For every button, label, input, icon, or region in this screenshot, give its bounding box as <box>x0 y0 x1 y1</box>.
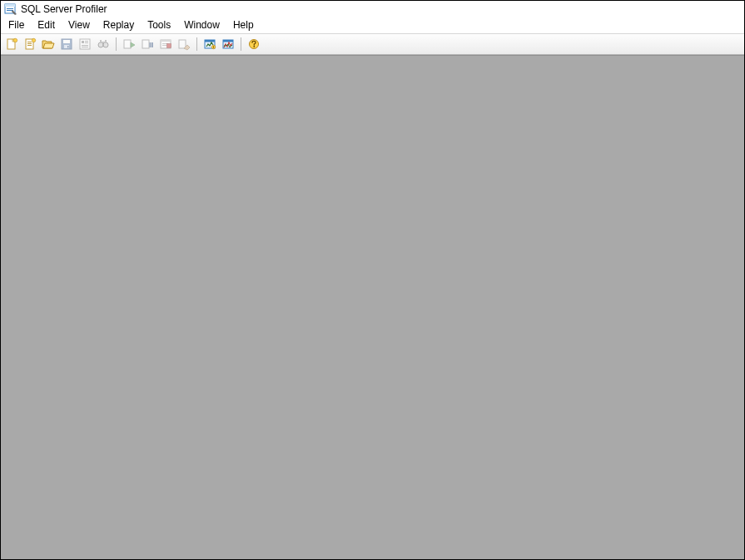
app-window: SQL Server Profiler File Edit View Repla… <box>0 0 745 560</box>
toolbar-separator <box>241 37 241 51</box>
pause-trace-button <box>139 36 156 52</box>
app-icon <box>4 2 17 16</box>
eraser-icon <box>177 37 191 51</box>
new-template-button[interactable] <box>22 36 38 52</box>
menu-file[interactable]: File <box>2 18 30 32</box>
svg-rect-26 <box>124 40 131 48</box>
window-title: SQL Server Profiler <box>21 2 107 16</box>
svg-rect-17 <box>85 41 88 42</box>
svg-rect-20 <box>82 47 88 47</box>
properties-button <box>77 36 93 52</box>
help-button[interactable] <box>246 36 262 52</box>
menu-edit[interactable]: Edit <box>32 18 61 32</box>
svg-rect-14 <box>67 46 69 48</box>
title-bar: SQL Server Profiler <box>1 1 744 17</box>
stop-trace-button <box>157 36 174 52</box>
svg-rect-25 <box>102 42 105 43</box>
svg-rect-31 <box>161 40 171 42</box>
svg-rect-35 <box>179 40 186 48</box>
toolbar-separator <box>196 37 197 51</box>
database-tuning-icon <box>203 37 216 51</box>
svg-rect-37 <box>205 40 215 42</box>
pause-icon <box>141 37 154 51</box>
run-trace-button <box>121 36 137 52</box>
clear-trace-window-button <box>176 36 192 52</box>
svg-point-10 <box>32 38 35 42</box>
new-template-icon <box>23 37 37 51</box>
svg-rect-7 <box>27 42 32 42</box>
new-trace-button[interactable] <box>3 36 20 52</box>
svg-point-5 <box>13 38 17 42</box>
svg-point-43 <box>253 46 255 47</box>
find-button <box>95 36 112 52</box>
save-icon <box>60 37 73 51</box>
stop-icon <box>159 37 172 51</box>
svg-rect-18 <box>85 42 88 43</box>
database-tuning-advisor-button[interactable] <box>201 36 218 52</box>
binoculars-icon <box>97 37 110 51</box>
play-icon <box>122 37 136 51</box>
svg-rect-9 <box>27 45 32 46</box>
save-button <box>58 36 75 52</box>
open-folder-icon <box>42 37 55 51</box>
toolbar <box>1 33 744 55</box>
toolbar-separator <box>116 37 117 51</box>
performance-monitor-button[interactable] <box>220 36 236 52</box>
menu-window[interactable]: Window <box>178 18 226 32</box>
performance-monitor-icon <box>221 37 235 51</box>
properties-icon <box>78 37 92 51</box>
svg-rect-19 <box>82 45 88 46</box>
svg-rect-12 <box>63 40 70 43</box>
menu-tools[interactable]: Tools <box>142 18 176 32</box>
menu-replay[interactable]: Replay <box>97 18 140 32</box>
svg-rect-2 <box>7 8 13 9</box>
svg-rect-34 <box>167 44 171 48</box>
svg-rect-29 <box>151 42 153 47</box>
svg-rect-24 <box>105 40 107 43</box>
svg-rect-16 <box>82 41 84 43</box>
svg-rect-8 <box>27 43 32 44</box>
mdi-client-area <box>1 55 744 559</box>
svg-rect-23 <box>100 40 102 43</box>
menu-bar: File Edit View Replay Tools Window Help <box>1 17 744 33</box>
open-file-button[interactable] <box>40 36 57 52</box>
svg-rect-39 <box>213 47 214 48</box>
svg-rect-27 <box>142 40 149 48</box>
help-icon <box>247 37 261 51</box>
svg-rect-41 <box>223 40 233 42</box>
menu-view[interactable]: View <box>62 18 96 32</box>
svg-rect-15 <box>80 39 90 49</box>
svg-rect-1 <box>5 4 15 7</box>
menu-help[interactable]: Help <box>227 18 260 32</box>
svg-rect-28 <box>150 42 151 47</box>
new-trace-icon <box>5 37 18 51</box>
